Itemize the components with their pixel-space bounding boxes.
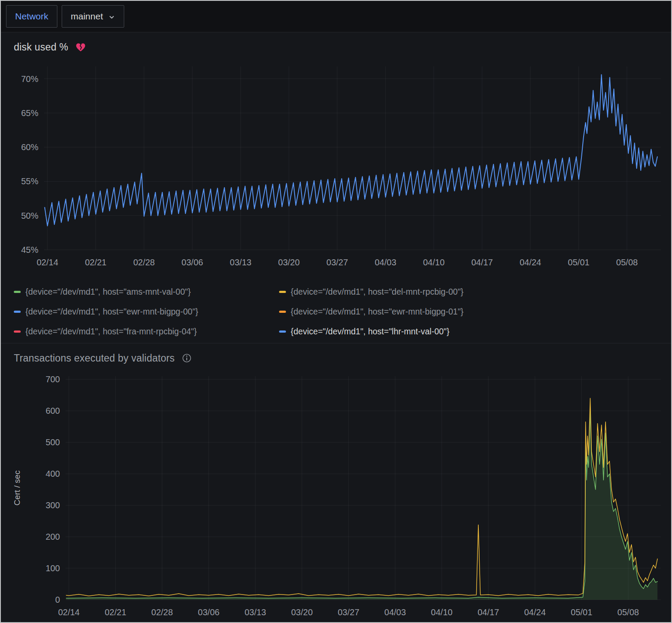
x-tick-label: 05/01: [568, 258, 590, 267]
y-tick-label: 50%: [21, 211, 38, 220]
x-tick-label: 04/17: [477, 607, 499, 617]
x-tick-label: 03/27: [327, 258, 348, 267]
legend-series-label: {device="/dev/md1", host="ewr-mnt-bigpg-…: [25, 307, 198, 317]
legend-series-swatch: [279, 291, 286, 293]
y-tick-label: 55%: [21, 176, 38, 186]
x-tick-label: 03/06: [198, 607, 220, 617]
x-tick-label: 03/13: [230, 258, 251, 267]
x-tick-label: 04/10: [423, 258, 445, 267]
y-tick-label: 700: [46, 374, 60, 384]
chevron-down-icon: [108, 14, 115, 21]
legend-series-swatch: [279, 330, 286, 333]
network-variable-label-box: Network: [6, 5, 57, 28]
x-tick-label: 05/01: [571, 607, 592, 617]
x-tick-label: 02/21: [105, 607, 126, 617]
disk-used-chart[interactable]: 45%50%55%60%65%70%02/1402/2102/2803/0603…: [1, 56, 672, 280]
x-tick-label: 04/03: [375, 258, 396, 267]
legend-series-label: {device="/dev/md1", host="del-mnt-rpcbig…: [291, 287, 464, 297]
x-tick-label: 03/13: [245, 607, 266, 617]
disk-used-panel: disk used % 45%50%55%60%65%70%02/1402/21…: [1, 32, 671, 343]
y-tick-label: 45%: [21, 245, 38, 255]
x-tick-label: 05/08: [616, 258, 638, 267]
legend-series-label: {device="/dev/md1", host="lhr-mnt-val-00…: [291, 327, 449, 337]
y-tick-label: 500: [46, 437, 60, 447]
series-line[interactable]: [66, 411, 658, 598]
legend-series-label: {device="/dev/md1", host="ewr-mnt-bigpg-…: [291, 307, 464, 317]
x-tick-label: 03/20: [291, 607, 313, 617]
legend-series-swatch: [14, 291, 21, 293]
panel-title[interactable]: disk used %: [14, 41, 68, 53]
transactions-panel-header: Transactions executed by validators: [1, 343, 671, 367]
info-icon[interactable]: [182, 353, 192, 363]
network-variable-label: Network: [15, 11, 48, 22]
x-tick-label: 04/24: [520, 258, 541, 267]
y-tick-label: 600: [46, 406, 60, 415]
y-tick-label: 100: [46, 563, 60, 573]
network-variable-value: mainnet: [71, 11, 103, 22]
y-tick-label: 65%: [21, 108, 38, 118]
legend-series-swatch: [14, 330, 21, 333]
x-tick-label: 04/03: [384, 607, 406, 617]
x-tick-label: 02/21: [85, 258, 107, 267]
legend-item[interactable]: {device="/dev/md1", host="fra-mnt-rpcbig…: [14, 321, 279, 341]
network-variable-dropdown[interactable]: mainnet: [62, 5, 124, 28]
legend-item[interactable]: {device="/dev/md1", host="ewr-mnt-bigpg-…: [279, 302, 671, 321]
legend-item[interactable]: {device="/dev/md1", host="lhr-mnt-val-00…: [279, 321, 671, 341]
x-tick-label: 05/08: [617, 607, 639, 617]
series-line[interactable]: [66, 398, 658, 596]
y-tick-label: 300: [46, 500, 60, 510]
x-tick-label: 02/28: [133, 258, 155, 267]
legend-item[interactable]: {device="/dev/md1", host="ewr-mnt-bigpg-…: [14, 302, 279, 321]
x-tick-label: 03/27: [338, 607, 359, 617]
x-tick-label: 02/14: [37, 258, 58, 267]
x-tick-label: 02/28: [151, 607, 173, 617]
x-tick-label: 03/06: [182, 258, 203, 267]
transactions-chart[interactable]: 010020030040050060070002/1402/2102/2803/…: [1, 367, 672, 623]
legend: {device="/dev/md1", host="ams-mnt-val-00…: [1, 280, 671, 343]
transactions-panel: Transactions executed by validators 0100…: [1, 343, 671, 623]
dashboard-variables-bar: Network mainnet: [1, 1, 671, 32]
legend-series-label: {device="/dev/md1", host="ams-mnt-val-00…: [25, 287, 191, 297]
y-tick-label: 0: [55, 595, 60, 604]
x-tick-label: 04/17: [471, 258, 493, 267]
legend-item[interactable]: {device="/dev/md1", host="ams-mnt-val-00…: [14, 282, 279, 302]
x-tick-label: 03/20: [278, 258, 300, 267]
y-tick-label: 60%: [21, 142, 38, 152]
panel-title[interactable]: Transactions executed by validators: [14, 352, 175, 364]
legend-series-label: {device="/dev/md1", host="fra-mnt-rpcbig…: [25, 327, 197, 337]
y-tick-label: 400: [46, 469, 60, 478]
legend-series-swatch: [279, 311, 286, 313]
grafana-dashboard: Network mainnet disk used % 45%50%55%60%…: [0, 0, 672, 623]
broken-heart-alert-icon[interactable]: [75, 41, 86, 53]
x-tick-label: 02/14: [58, 607, 80, 617]
y-tick-label: 70%: [21, 74, 38, 84]
disk-used-panel-header: disk used %: [1, 32, 671, 56]
series-line[interactable]: [45, 75, 657, 226]
legend-series-swatch: [14, 311, 21, 313]
y-tick-label: 200: [46, 532, 60, 541]
x-tick-label: 04/10: [431, 607, 452, 617]
legend-item[interactable]: {device="/dev/md1", host="del-mnt-rpcbig…: [279, 282, 671, 302]
x-tick-label: 04/24: [524, 607, 546, 617]
y-axis-label: Cert / sec: [13, 470, 22, 505]
